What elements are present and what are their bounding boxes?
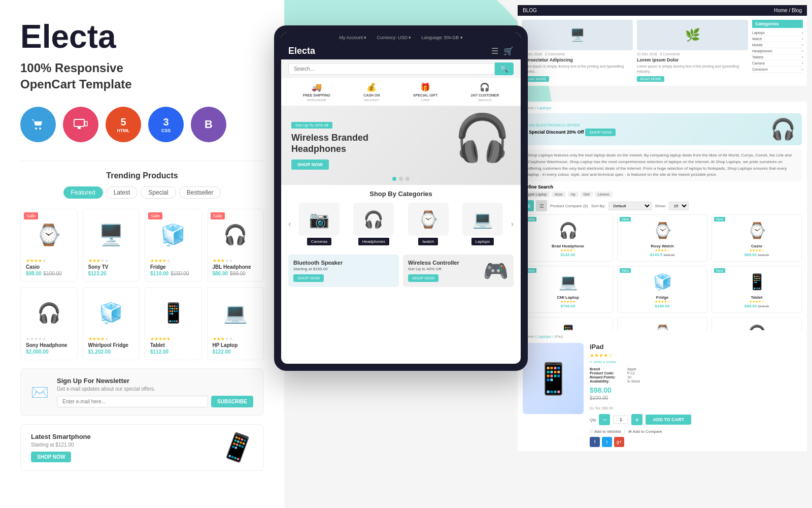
newsletter-form[interactable]: SUBSCRIBE: [57, 396, 253, 407]
blog-post-1: 🖥️ 25 Dec 2018 2 Comments Consectetur Ad…: [522, 20, 633, 82]
badge-sale: Sale: [24, 212, 38, 219]
promo-bluetooth-button[interactable]: SHOP NOW: [293, 274, 324, 282]
sidebar-tablets[interactable]: Tablets›: [752, 54, 803, 60]
read-more-btn-2[interactable]: READ MORE: [637, 76, 664, 82]
cat-product-casio: New ⌚ Casio ★★★★☆ $89.00 $120.00: [712, 214, 802, 262]
cat-nav-prev[interactable]: ‹: [288, 219, 291, 229]
blog-content: 🖥️ 25 Dec 2018 2 Comments Consectetur Ad…: [518, 16, 807, 86]
category-iwatch[interactable]: ⌚ Iwatch: [402, 203, 454, 245]
hero-shop-button[interactable]: SHOP NOW: [291, 160, 329, 170]
dot-2[interactable]: [399, 177, 403, 181]
cart-header-icon[interactable]: 🛒: [503, 46, 514, 56]
tab-featured[interactable]: Featured: [63, 186, 103, 199]
categories-section: Shop By Categories ‹ 📷 Cameras 🎧 Headpho…: [281, 185, 521, 250]
newsletter-icon: ✉️: [31, 384, 49, 401]
facebook-button[interactable]: f: [590, 437, 600, 447]
add-to-compare-button[interactable]: ⇌ Add to Compare: [628, 429, 662, 434]
cat-price-fridge2: $180.00: [622, 304, 703, 308]
sidebar-headphones[interactable]: Headphones›: [752, 48, 803, 54]
sidebar-laptops[interactable]: Laptops›: [752, 30, 803, 36]
dot-3[interactable]: [405, 177, 410, 181]
qty-input[interactable]: [613, 416, 628, 424]
qty-row: Qty − + ADD TO CART: [590, 414, 691, 425]
badge-new-5: New: [620, 268, 631, 273]
promo-wireless: Wireless Controller Get Up to 40% Off SH…: [403, 255, 514, 287]
product-price-sony-tv: $123.20: [88, 271, 134, 276]
tab-special[interactable]: Special: [141, 186, 176, 199]
write-review[interactable]: ✏ Write a review: [590, 360, 691, 364]
sidebar-camera[interactable]: Camera›: [752, 60, 803, 67]
sidebar-mobile[interactable]: Mobile›: [752, 42, 803, 48]
googleplus-button[interactable]: g+: [614, 437, 624, 447]
detail-content: 📱 iPad ★★★★☆ ✏ Write a review BrandApple…: [523, 343, 802, 447]
sort-select[interactable]: Default Name A-Z Price Low-High: [608, 202, 652, 210]
currency-menu[interactable]: Currency: USD ▾: [377, 35, 411, 40]
blog-post-2-title: Lorem ipsum Dolor: [637, 57, 748, 62]
category-headphones[interactable]: 🎧 Headphones: [348, 203, 400, 245]
catalog-banner-text: ON ELECTRONICS OFFER Special Discount 20…: [529, 123, 616, 136]
banner-label: ON ELECTRONICS OFFER: [529, 123, 616, 128]
hero-dots[interactable]: [392, 177, 410, 181]
twitter-button[interactable]: t: [602, 437, 612, 447]
tab-latest[interactable]: Latest: [106, 186, 138, 199]
cat-name-tablet2: Tablet: [716, 295, 797, 300]
dot-1[interactable]: [392, 177, 396, 181]
category-cameras[interactable]: 📷 Cameras: [293, 203, 345, 245]
svg-point-1: [39, 128, 41, 130]
menu-icon[interactable]: ☰: [491, 46, 498, 56]
tablet-search-input[interactable]: [288, 63, 495, 75]
qty-decrease-button[interactable]: −: [599, 414, 610, 425]
detail-price: $98.00: [590, 386, 691, 394]
tab-bestseller[interactable]: Bestseller: [179, 186, 221, 199]
blog-header: BLOG Home / Blog: [518, 5, 807, 16]
product-price-sony-hp: $2,000.00: [26, 349, 72, 355]
language-menu[interactable]: Language: EN-GB ▾: [421, 35, 462, 40]
newsletter-input[interactable]: [57, 396, 208, 407]
feature-shipping-label: FREE SHIPPING: [303, 93, 330, 97]
tablet-search-button[interactable]: 🔍: [495, 62, 514, 75]
blog-breadcrumb: Home / Blog: [774, 8, 802, 13]
catalog-promo-button[interactable]: SHOP NOW: [585, 129, 616, 136]
list-view-button[interactable]: ☰: [536, 200, 547, 211]
filter-tabs[interactable]: Featured Latest Special Bestseller: [20, 186, 264, 199]
feature-support-label: 24/7 CUSTOMER: [471, 93, 499, 97]
cameras-label: Cameras: [307, 238, 331, 245]
brand-title: Electa: [20, 20, 264, 53]
add-to-wishlist-button[interactable]: ♡ Add to Wishlist: [590, 429, 621, 434]
right-detail-section: Home / Laptops / iPad 📱 iPad ★★★★☆ ✏ Wri…: [518, 330, 807, 451]
tax-info: Ex Tax: $90.00: [590, 406, 691, 410]
tagline1: 100% Responsive: [20, 61, 264, 75]
svg-rect-3: [78, 127, 81, 129]
category-laptops[interactable]: 💻 Laptops: [456, 203, 509, 245]
cat-price-laptop: $700.00: [527, 304, 608, 308]
subscribe-button[interactable]: SUBSCRIBE: [211, 396, 253, 407]
hero-title: Wireless BrandedHeadphones: [291, 133, 368, 154]
sidebar-watch[interactable]: Watch›: [752, 36, 803, 42]
product-name-hp-laptop: HP Laptop: [213, 342, 259, 348]
tag-dell[interactable]: Dell: [581, 192, 593, 197]
banner-title: Special Discount 20% Off: [529, 130, 584, 135]
left-panel: Electa 100% Responsive OpenCart Template…: [0, 0, 284, 508]
promo-wireless-button[interactable]: SHOP NOW: [408, 274, 438, 282]
sidebar-comment[interactable]: Comment›: [752, 67, 803, 73]
tag-asus[interactable]: Asus: [552, 192, 566, 197]
tag-hp[interactable]: Hp: [568, 192, 579, 197]
cat-img-tablet2: 📱: [716, 270, 797, 293]
feature-cash: 💰 CASH ON DELIVERY: [363, 82, 380, 102]
tag-lenovo[interactable]: Lenovo: [595, 192, 613, 197]
categories-title: Shop By Categories: [288, 190, 514, 198]
qty-increase-button[interactable]: +: [631, 414, 642, 425]
shop-now-button[interactable]: SHOP NOW: [31, 452, 71, 462]
detail-stars: ★★★★☆: [590, 353, 691, 358]
feature-cash-sub: DELIVERY: [364, 99, 380, 102]
cash-icon: 💰: [366, 82, 377, 92]
cat-nav-next[interactable]: ›: [511, 219, 514, 229]
show-select[interactable]: 15 25 50: [669, 202, 689, 210]
cat-img-watch: ⌚: [622, 219, 703, 242]
add-to-cart-button[interactable]: ADD TO CART: [646, 415, 691, 425]
newsletter-section: ✉️ Sign Up For Newsletter Get e-mail upd…: [20, 368, 264, 416]
product-name-sony-tv: Sony TV: [88, 264, 134, 270]
laptops-image: 💻: [462, 203, 503, 236]
account-menu[interactable]: My Account ▾: [339, 35, 366, 40]
blog-post-1-img: 🖥️: [522, 20, 633, 50]
